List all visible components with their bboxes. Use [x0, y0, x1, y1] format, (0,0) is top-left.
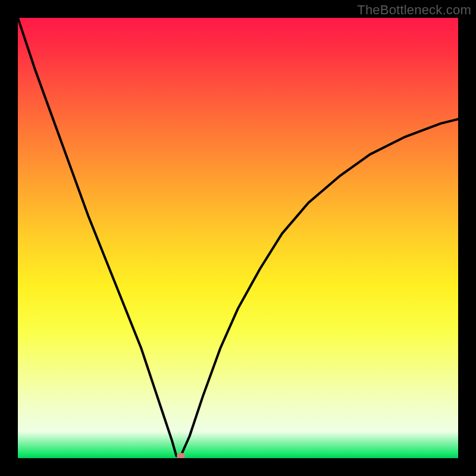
watermark-label: TheBottleneck.com [357, 2, 471, 18]
chart-plot-area [18, 18, 458, 458]
chart-curve [18, 18, 458, 458]
notch-marker [177, 453, 185, 458]
